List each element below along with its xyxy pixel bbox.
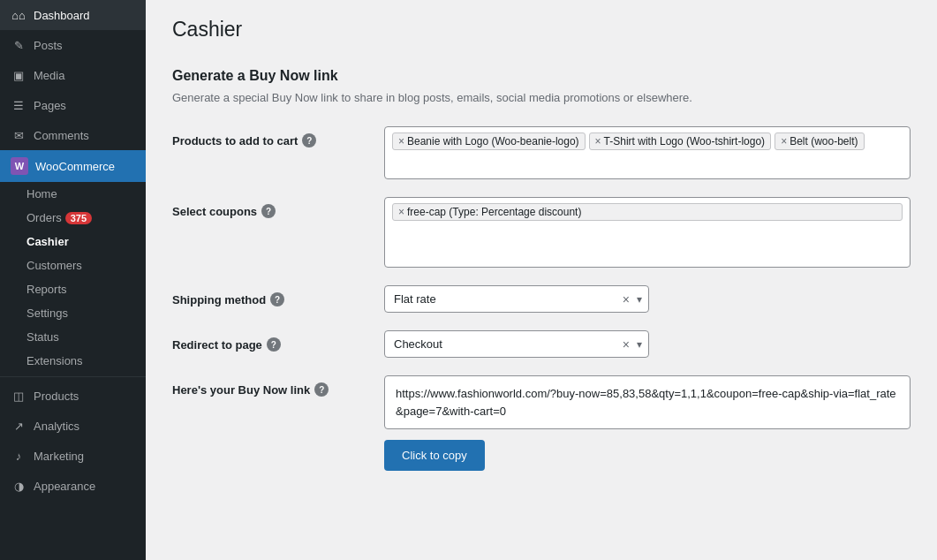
products-icon: ◫	[11, 388, 26, 404]
product-tag-label-0: Beanie with Logo (Woo-beanie-logo)	[407, 135, 579, 148]
sidebar-item-posts[interactable]: ✎ Posts	[0, 30, 146, 60]
analytics-icon: ↗	[11, 418, 26, 434]
shipping-row: Shipping method ? Flat rate Free shippin…	[172, 285, 911, 313]
product-tag-label-2: Belt (woo-belt)	[790, 135, 858, 148]
woocommerce-label: WooCommerce	[35, 160, 115, 173]
sidebar-divider	[0, 376, 146, 377]
comments-icon: ✉	[11, 127, 26, 143]
remove-product-tag-1[interactable]: ×	[595, 135, 601, 148]
sidebar-item-label: Analytics	[34, 420, 79, 433]
sidebar: ⌂ Dashboard ✎ Posts ▣ Media ☰ Pages ✉ Co…	[0, 0, 146, 560]
product-tag-label-1: T-Shirt with Logo (Woo-tshirt-logo)	[604, 135, 766, 148]
coupons-row: Select coupons ? × free-cap (Type: Perce…	[172, 197, 911, 268]
sidebar-item-comments[interactable]: ✉ Comments	[0, 120, 146, 150]
appearance-icon: ◑	[11, 478, 26, 494]
sidebar-item-label: Posts	[34, 39, 63, 52]
redirect-field: Checkout Cart Home × ▾	[384, 330, 911, 358]
coupon-tag-0[interactable]: × free-cap (Type: Percentage discount)	[392, 203, 903, 221]
buy-now-label: Here's your Buy Now link ?	[172, 375, 366, 397]
sidebar-sub-status[interactable]: Status	[0, 325, 146, 349]
main-content: Cashier Generate a Buy Now link Generate…	[146, 0, 937, 560]
sidebar-sub-home[interactable]: Home	[0, 182, 146, 206]
redirect-help-icon[interactable]: ?	[267, 337, 281, 352]
dashboard-icon: ⌂	[11, 7, 26, 23]
sidebar-item-label: Comments	[34, 129, 89, 142]
remove-coupon-tag-0[interactable]: ×	[398, 206, 404, 218]
sidebar-item-media[interactable]: ▣ Media	[0, 60, 146, 90]
shipping-label: Shipping method ?	[172, 285, 366, 306]
sidebar-item-dashboard[interactable]: ⌂ Dashboard	[0, 0, 146, 30]
remove-product-tag-0[interactable]: ×	[398, 135, 404, 148]
products-tags-box[interactable]: × Beanie with Logo (Woo-beanie-logo) × T…	[384, 126, 911, 179]
pages-icon: ☰	[11, 97, 26, 113]
sidebar-item-label: Pages	[34, 99, 66, 112]
shipping-select-wrapper: Flat rate Free shipping Local pickup × ▾	[384, 285, 649, 313]
marketing-icon: ♪	[11, 448, 26, 464]
orders-badge: 375	[65, 212, 92, 224]
sidebar-item-analytics[interactable]: ↗ Analytics	[0, 411, 146, 441]
shipping-select[interactable]: Flat rate Free shipping Local pickup	[384, 285, 649, 313]
buy-now-link-box: https://www.fashionworld.com/?buy-now=85…	[384, 375, 911, 429]
page-title: Cashier	[172, 18, 911, 42]
sidebar-sub-settings[interactable]: Settings	[0, 301, 146, 325]
coupons-field[interactable]: × free-cap (Type: Percentage discount)	[384, 197, 911, 268]
remove-product-tag-2[interactable]: ×	[781, 135, 787, 148]
coupons-help-icon[interactable]: ?	[261, 204, 276, 218]
media-icon: ▣	[11, 67, 26, 83]
sidebar-item-appearance[interactable]: ◑ Appearance	[0, 471, 146, 501]
redirect-select-wrapper: Checkout Cart Home × ▾	[384, 330, 649, 358]
sidebar-item-label: Products	[34, 390, 79, 403]
product-tag-0[interactable]: × Beanie with Logo (Woo-beanie-logo)	[392, 132, 586, 150]
sidebar-sub-cashier[interactable]: Cashier	[0, 230, 146, 254]
shipping-clear-icon[interactable]: ×	[623, 292, 630, 306]
sidebar-item-pages[interactable]: ☰ Pages	[0, 90, 146, 120]
sidebar-sub-reports[interactable]: Reports	[0, 277, 146, 301]
sidebar-item-label: Dashboard	[34, 9, 90, 22]
products-help-icon[interactable]: ?	[302, 133, 316, 148]
sidebar-item-products[interactable]: ◫ Products	[0, 381, 146, 411]
buy-now-field: https://www.fashionworld.com/?buy-now=85…	[384, 375, 911, 471]
products-field[interactable]: × Beanie with Logo (Woo-beanie-logo) × T…	[384, 126, 911, 179]
redirect-row: Redirect to page ? Checkout Cart Home × …	[172, 330, 911, 358]
products-label: Products to add to cart ?	[172, 126, 366, 148]
redirect-label: Redirect to page ?	[172, 330, 366, 352]
copy-button[interactable]: Click to copy	[384, 440, 485, 471]
sidebar-sub-customers[interactable]: Customers	[0, 254, 146, 277]
coupons-label: Select coupons ?	[172, 197, 366, 218]
sidebar-item-label: Media	[34, 69, 64, 82]
sidebar-sub-orders[interactable]: Orders 375	[0, 206, 146, 230]
shipping-help-icon[interactable]: ?	[270, 292, 284, 306]
sidebar-item-label: Appearance	[34, 480, 95, 493]
redirect-clear-icon[interactable]: ×	[623, 337, 630, 352]
section-title: Generate a Buy Now link	[172, 68, 911, 84]
redirect-select[interactable]: Checkout Cart Home	[384, 330, 649, 358]
sidebar-sub-extensions[interactable]: Extensions	[0, 349, 146, 373]
product-tag-2[interactable]: × Belt (woo-belt)	[775, 132, 864, 150]
woo-logo-icon: W	[11, 157, 28, 175]
sidebar-item-label: Marketing	[34, 450, 84, 463]
posts-icon: ✎	[11, 37, 26, 53]
products-row: Products to add to cart ? × Beanie with …	[172, 126, 911, 179]
shipping-field: Flat rate Free shipping Local pickup × ▾	[384, 285, 911, 313]
coupon-tag-label-0: free-cap (Type: Percentage discount)	[407, 206, 581, 218]
sidebar-item-woocommerce[interactable]: W WooCommerce	[0, 150, 146, 182]
buy-now-help-icon[interactable]: ?	[314, 382, 329, 397]
section-desc: Generate a special Buy Now link to share…	[172, 91, 911, 104]
coupons-tags-box[interactable]: × free-cap (Type: Percentage discount)	[384, 197, 911, 268]
buy-now-row: Here's your Buy Now link ? https://www.f…	[172, 375, 911, 471]
product-tag-1[interactable]: × T-Shirt with Logo (Woo-tshirt-logo)	[589, 132, 772, 150]
sidebar-item-marketing[interactable]: ♪ Marketing	[0, 441, 146, 471]
